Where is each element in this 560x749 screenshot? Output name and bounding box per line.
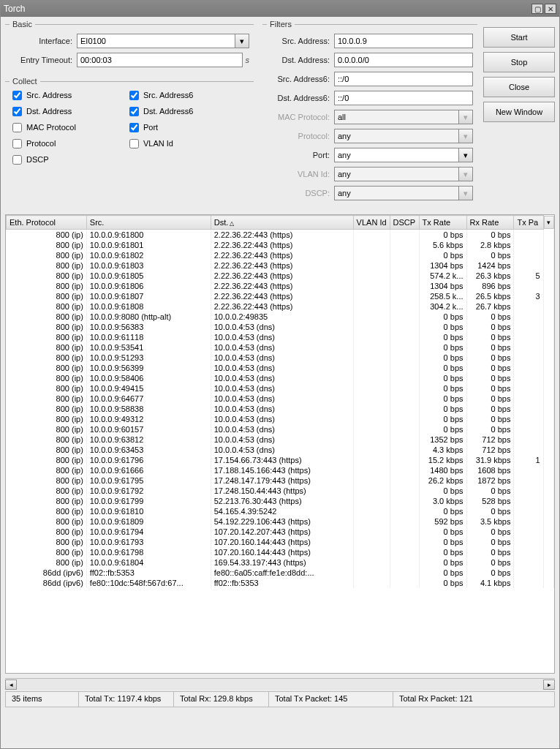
table-row[interactable]: 800 (ip)10.0.0.9:61804169.54.33.197:443 … [7,557,554,568]
table-cell: 3 [514,291,543,301]
src-address-input[interactable] [334,34,473,48]
interface-dropdown-icon[interactable]: ▾ [235,34,249,48]
table-row[interactable]: 800 (ip)10.0.0.9:618032.22.36.22:443 (ht… [7,260,554,271]
checkbox-input[interactable] [12,107,22,116]
table-row[interactable]: 800 (ip)10.0.0.9:4931210.0.0.4:53 (dns)0… [7,414,554,424]
checkbox-input[interactable] [12,139,22,148]
column-header-tx-pa[interactable]: Tx Pa [514,216,543,230]
table-row[interactable]: 800 (ip)10.0.0.9:5129310.0.0.4:53 (dns)0… [7,353,554,363]
checkbox-input[interactable] [129,91,139,100]
collect-checkbox-mac-protocol[interactable]: MAC Protocol [10,119,126,135]
table-row[interactable]: 800 (ip)10.0.0.9:4941510.0.0.4:53 (dns)0… [7,383,554,394]
table-cell [390,250,419,260]
table-row[interactable]: 800 (ip)10.0.0.9:5354110.0.0.4:53 (dns)0… [7,342,554,353]
close-icon[interactable]: ✕ [545,4,556,14]
table-row[interactable]: 800 (ip)10.0.0.9:618052.22.36.22:443 (ht… [7,271,554,281]
table-row[interactable]: 800 (ip)10.0.0.9:6179952.213.76.30:443 (… [7,496,554,506]
results-table: Eth. ProtocolSrc.Dst.△VLAN IdDSCPTx Rate… [5,214,555,674]
src-address6-input[interactable] [334,72,473,86]
port-input[interactable] [334,148,459,162]
column-header-eth-protocol[interactable]: Eth. Protocol [7,216,87,230]
collect-checkbox-dst-address6[interactable]: Dst. Address6 [126,103,243,119]
columns-menu-icon[interactable]: ▾ [544,216,554,229]
table-row[interactable]: 800 (ip)10.0.0.9:61794107.20.142.207:443… [7,527,554,537]
collect-checkbox-vlan-id[interactable]: VLAN Id [126,135,243,151]
src-address6-label: Src. Address6: [267,75,334,83]
table-row[interactable]: 800 (ip)10.0.0.9:8080 (http-alt)10.0.0.2… [7,312,554,322]
table-row[interactable]: 800 (ip)10.0.0.9:6166617.188.145.166:443… [7,465,554,475]
collect-checkbox-src-address[interactable]: Src. Address [10,87,126,103]
column-header-tx-rate[interactable]: Tx Rate [419,216,466,230]
table-row[interactable]: 86dd (ipv6)ff02::fb:5353fe80::6a05:caff:… [7,568,554,578]
table-row[interactable]: 800 (ip)10.0.0.9:6180954.192.229.106:443… [7,516,554,527]
minimize-icon[interactable]: ▢ [531,4,543,14]
table-cell [390,332,419,342]
column-header-dscp[interactable]: DSCP [390,216,419,230]
table-row[interactable]: 800 (ip)10.0.0.9:618002.22.36.22:443 (ht… [7,230,554,241]
table-row[interactable]: 86dd (ipv6)fe80::10dc:548f:567d:67...ff0… [7,578,554,588]
checkbox-input[interactable] [12,155,22,165]
scroll-right-icon[interactable]: ▸ [543,680,555,690]
stop-button[interactable]: Stop [483,52,555,72]
table-cell [353,260,390,271]
column-header-src-[interactable]: Src. [86,216,211,230]
dst-address6-input[interactable] [334,91,473,105]
table-row[interactable]: 800 (ip)10.0.0.9:61798107.20.160.144:443… [7,547,554,557]
dst-address-input[interactable] [334,53,473,67]
table-cell: 1304 bps [419,260,466,271]
table-row[interactable]: 800 (ip)10.0.0.9:6179217.248.150.44:443 … [7,486,554,496]
checkbox-input[interactable] [129,139,139,148]
column-header-dst-[interactable]: Dst.△ [211,216,353,230]
table-row[interactable]: 800 (ip)10.0.0.9:5638310.0.0.4:53 (dns)0… [7,322,554,332]
table-row[interactable]: 800 (ip)10.0.0.9:6179517.248.147.179:443… [7,475,554,486]
table-cell [353,465,390,475]
collect-checkbox-dscp[interactable]: DSCP [10,151,126,168]
table-cell [514,557,543,568]
collect-checkbox-protocol[interactable]: Protocol [10,135,126,151]
table-cell: 10.0.0.9:61795 [86,475,211,486]
table-row[interactable]: 800 (ip)10.0.0.9:618062.22.36.22:443 (ht… [7,281,554,291]
table-row[interactable]: 800 (ip)10.0.0.9:618082.22.36.22:443 (ht… [7,301,554,312]
table-cell: 0 bps [466,506,514,516]
table-cell: 10.0.0.4:53 (dns) [211,394,353,404]
table-row[interactable]: 800 (ip)10.0.0.9:61793107.20.160.144:443… [7,537,554,547]
table-row[interactable]: 800 (ip)10.0.0.9:5639910.0.0.4:53 (dns)0… [7,363,554,373]
checkbox-input[interactable] [12,91,22,100]
checkbox-input[interactable] [129,123,139,132]
table-cell [353,394,390,404]
collect-checkbox-dst-address[interactable]: Dst. Address [10,103,126,119]
close-button[interactable]: Close [483,77,555,97]
column-header-rx-rate[interactable]: Rx Rate [466,216,514,230]
table-row[interactable]: 800 (ip)10.0.0.9:618012.22.36.22:443 (ht… [7,240,554,250]
table-row[interactable]: 800 (ip)10.0.0.9:6111810.0.0.4:53 (dns)0… [7,332,554,342]
scroll-left-icon[interactable]: ◂ [5,680,17,690]
table-row[interactable]: 800 (ip)10.0.0.9:6181054.165.4.39:52420 … [7,506,554,516]
collect-checkbox-src-address6[interactable]: Src. Address6 [126,87,243,103]
table-cell: 10.0.0.4:53 (dns) [211,445,353,455]
table-row[interactable]: 800 (ip)10.0.0.9:5840610.0.0.4:53 (dns)0… [7,373,554,383]
table-row[interactable]: 800 (ip)10.0.0.9:6467710.0.0.4:53 (dns)0… [7,394,554,404]
table-row[interactable]: 800 (ip)10.0.0.9:6015710.0.0.4:53 (dns)0… [7,424,554,434]
horizontal-scrollbar[interactable]: ◂ ▸ [5,678,555,690]
interface-input[interactable] [77,34,235,48]
table-row[interactable]: 800 (ip)10.0.0.9:6345310.0.0.4:53 (dns)4… [7,445,554,455]
port-dropdown-icon[interactable]: ▾ [458,148,473,162]
table-row[interactable]: 800 (ip)10.0.0.9:6179617.154.66.73:443 (… [7,455,554,465]
entry-timeout-input[interactable] [77,53,243,67]
table-row[interactable]: 800 (ip)10.0.0.9:6381210.0.0.4:53 (dns)1… [7,434,554,445]
collect-checkbox-port[interactable]: Port [126,119,243,135]
table-row[interactable]: 800 (ip)10.0.0.9:618072.22.36.22:443 (ht… [7,291,554,301]
table-row[interactable]: 800 (ip)10.0.0.9:5883810.0.0.4:53 (dns)0… [7,404,554,414]
checkbox-input[interactable] [129,107,139,116]
table-cell: 800 (ip) [7,496,87,506]
column-header-vlan-id[interactable]: VLAN Id [353,216,390,230]
table-cell: 800 (ip) [7,404,87,414]
new-window-button[interactable]: New Window [483,102,555,122]
table-cell [353,496,390,506]
table-cell [353,527,390,537]
table-cell [514,527,543,537]
start-button[interactable]: Start [483,27,555,48]
checkbox-input[interactable] [12,123,22,132]
table-row[interactable]: 800 (ip)10.0.0.9:618022.22.36.22:443 (ht… [7,250,554,260]
table-cell [514,250,543,260]
